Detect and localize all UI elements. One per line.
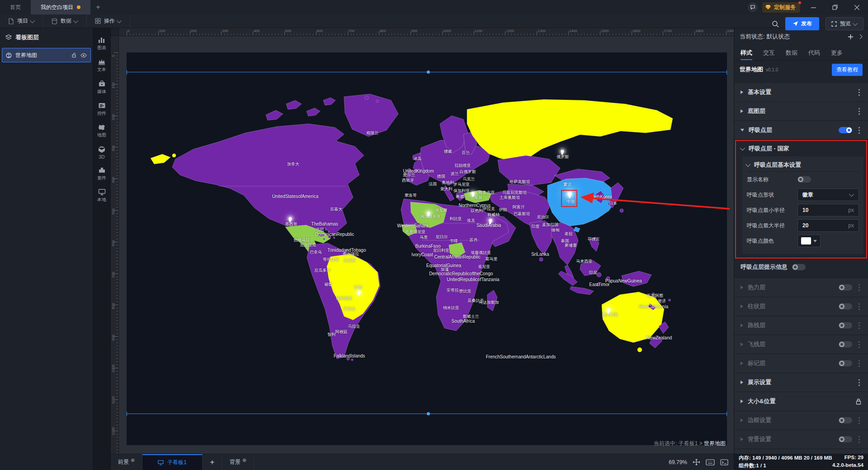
toolbar-mapi[interactable]: 地图 (93, 122, 110, 140)
kebab-menu-icon[interactable] (859, 111, 860, 112)
breathing-point-algeria[interactable] (427, 212, 430, 215)
inspector-tab-数据[interactable]: 数据 (786, 46, 797, 60)
section-呼吸点层[interactable]: 呼吸点层 (734, 121, 868, 139)
country-label: 拉脱维亚 (454, 163, 471, 169)
breath-tooltip-toggle[interactable] (792, 264, 806, 270)
design-canvas[interactable]: 0100200300400500600700800900100011001200… (111, 28, 734, 454)
section-飞线层[interactable]: 飞线层 (734, 335, 868, 353)
keyboard-icon[interactable] (706, 459, 715, 465)
fit-screen-icon[interactable] (693, 459, 700, 465)
foreground-button[interactable]: 前景⊕ (111, 454, 142, 470)
close-button[interactable] (848, 0, 865, 14)
menu-db[interactable]: 数据 (43, 14, 87, 28)
toolbar-control[interactable]: 控件 (93, 100, 110, 118)
publish-button[interactable]: 发布 (785, 17, 819, 30)
min-radius-input[interactable]: 10 px (797, 204, 859, 216)
section-toggle[interactable] (839, 322, 852, 329)
section-组件封面[interactable]: 组件封面 (734, 449, 868, 454)
section-背景设置[interactable]: 背景设置 (734, 430, 868, 448)
toolbar-chart[interactable]: 图表 (93, 34, 110, 53)
section-标记层[interactable]: 标记层 (734, 354, 868, 372)
show-name-toggle[interactable] (797, 176, 811, 183)
breath-basic-header[interactable]: 呼吸点层基本设置 (747, 158, 859, 172)
console-icon[interactable] (720, 459, 728, 465)
tab-home[interactable]: 首页 (0, 0, 31, 14)
unlock-icon[interactable] (71, 52, 77, 58)
toolbar-text[interactable]: 文本 (93, 56, 110, 75)
section-基本设置[interactable]: 基本设置 (734, 83, 868, 101)
menu-grid[interactable]: 操作 (87, 14, 130, 28)
breathing-point-brazil[interactable] (357, 291, 360, 294)
kebab-menu-icon[interactable] (859, 325, 860, 326)
menu-doc[interactable]: 项目 (0, 14, 43, 28)
section-toggle[interactable] (839, 360, 852, 367)
toolbar-cube[interactable]: 3D (93, 144, 110, 161)
section-大小&位置[interactable]: 大小&位置 (734, 392, 868, 410)
breathing-point-russia[interactable] (561, 150, 564, 153)
world-map-component[interactable]: 格陵兰加拿大UnitedStatesofAmerica百慕大墨西哥TheBaha… (151, 91, 675, 362)
section-展示设置[interactable]: 展示设置 (734, 373, 868, 391)
shape-select[interactable]: 徽章 (797, 188, 859, 201)
layer-item-world-map[interactable]: 世界地图 (2, 48, 91, 62)
country-label: 菲律宾 (588, 236, 600, 242)
max-radius-input[interactable]: 20 px (797, 219, 859, 232)
eye-icon[interactable] (80, 53, 87, 58)
kebab-menu-icon[interactable] (859, 306, 860, 307)
section-toggle[interactable] (839, 341, 852, 348)
add-background-icon[interactable]: ⊕ (242, 457, 246, 463)
kebab-menu-icon[interactable] (859, 287, 860, 288)
kebab-menu-icon[interactable] (859, 92, 860, 93)
section-路线层[interactable]: 路线层 (734, 316, 868, 334)
breathing-point-mexico[interactable] (288, 217, 292, 221)
toolbar-local[interactable]: 本地 (93, 187, 110, 205)
section-热力层[interactable]: 热力层 (734, 278, 868, 296)
inspector-tab-代码[interactable]: 代码 (808, 46, 820, 60)
selection-top-edge[interactable] (127, 72, 727, 72)
preview-button[interactable]: 预览 (826, 17, 863, 30)
inspector-tab-交互[interactable]: 交互 (763, 46, 775, 60)
section-toggle[interactable] (839, 436, 852, 442)
restore-button[interactable] (826, 0, 844, 14)
section-边框设置[interactable]: 边框设置 (734, 411, 868, 429)
kebab-menu-icon[interactable] (859, 130, 860, 131)
breath-group-header[interactable]: 呼吸点层 - 国家 (736, 141, 866, 156)
background-button[interactable]: 背景⊕ (222, 454, 254, 470)
search-icon[interactable] (772, 20, 779, 28)
section-toggle[interactable] (839, 284, 852, 291)
kebab-menu-icon[interactable] (859, 439, 860, 440)
kebab-menu-icon[interactable] (859, 344, 860, 345)
breathing-point-australia[interactable] (607, 308, 610, 311)
kebab-menu-icon[interactable] (859, 382, 860, 383)
selection-handle[interactable] (427, 412, 430, 415)
toolbar-media[interactable]: 媒体 (93, 78, 110, 97)
add-subboard-button[interactable]: + (203, 454, 222, 470)
selection-handle[interactable] (427, 70, 430, 74)
section-toggle[interactable] (839, 303, 852, 310)
toolbar-kit[interactable]: 套件 (93, 165, 110, 183)
section-底图层[interactable]: 底图层 (734, 102, 868, 120)
chevron-right-icon[interactable] (859, 34, 863, 39)
breathing-point-saudi-arabia[interactable] (489, 219, 492, 222)
kebab-menu-icon[interactable] (859, 363, 860, 364)
chat-icon[interactable] (748, 2, 758, 12)
inspector-tab-更多[interactable]: 更多 (831, 46, 843, 60)
kebab-menu-icon[interactable] (859, 420, 860, 421)
zoom-level[interactable]: 69.79% (669, 459, 687, 465)
tab-project[interactable]: 我的空白项目 (31, 0, 90, 14)
toolbar-label: 套件 (97, 175, 106, 181)
lock-icon[interactable] (855, 398, 862, 405)
add-foreground-icon[interactable]: ⊕ (131, 457, 135, 463)
tutorial-button[interactable]: 查看教程 (832, 64, 863, 76)
custom-service-badge[interactable]: 定制服务 (762, 2, 800, 13)
add-state-icon[interactable] (848, 34, 854, 40)
selection-bottom-edge[interactable] (127, 414, 727, 414)
new-tab-button[interactable]: + (90, 0, 106, 14)
section-toggle[interactable] (839, 417, 852, 423)
section-toggle[interactable] (839, 127, 852, 133)
section-柱状层[interactable]: 柱状层 (734, 297, 868, 315)
inspector-tab-样式[interactable]: 样式 (741, 46, 752, 60)
minimize-button[interactable] (805, 0, 822, 14)
subboard-tab[interactable]: 子看板1 (142, 454, 203, 470)
color-picker[interactable] (797, 235, 821, 247)
breathing-point-turkey[interactable] (472, 192, 475, 195)
